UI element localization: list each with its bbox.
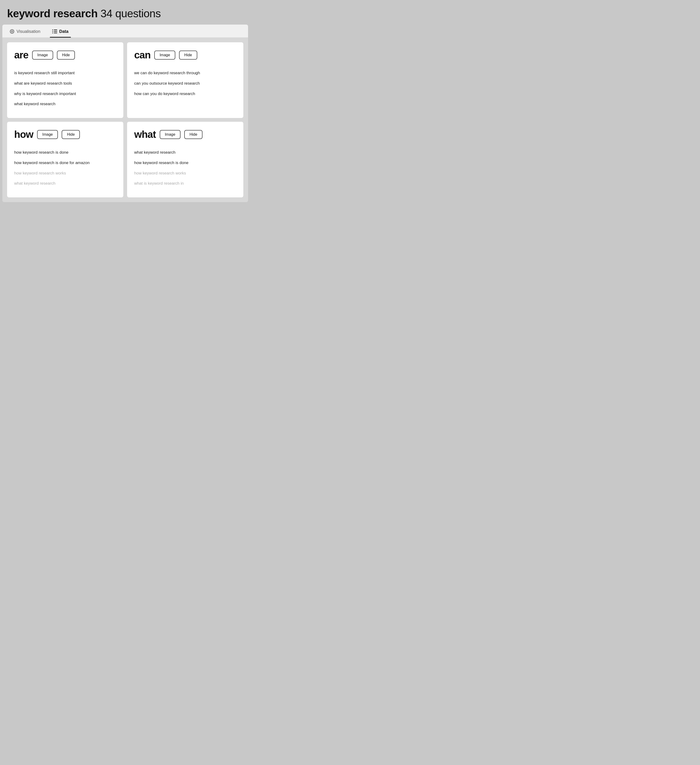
card-are-items: is keyword research still important what… — [14, 68, 116, 109]
svg-point-0 — [10, 30, 14, 33]
svg-rect-7 — [54, 33, 57, 33]
list-item: what are keyword research tools — [14, 78, 116, 89]
list-item: how keyword research works — [134, 168, 236, 178]
card-can-items: we can do keyword research through can y… — [134, 68, 236, 99]
tab-visualisation[interactable]: Visualisation — [7, 25, 43, 37]
card-can-title: can — [134, 49, 151, 61]
svg-rect-2 — [52, 30, 53, 30]
list-icon — [52, 29, 57, 34]
svg-rect-6 — [52, 33, 53, 33]
svg-rect-5 — [54, 31, 57, 32]
card-how-title: how — [14, 129, 33, 140]
card-are-hide-button[interactable]: Hide — [57, 50, 75, 60]
main-container: Visualisation Data are Image Hid — [2, 25, 248, 202]
svg-rect-4 — [52, 31, 53, 32]
card-what-items: what keyword research how keyword resear… — [134, 147, 236, 189]
list-item: how keyword research is done — [14, 147, 116, 158]
page-title: keyword research 34 questions — [7, 7, 243, 20]
card-how: how Image Hide how keyword research is d… — [7, 122, 123, 197]
list-item: how keyword research is done — [134, 158, 236, 168]
tab-data-label: Data — [59, 29, 69, 34]
card-are-image-button[interactable]: Image — [32, 50, 53, 60]
card-are: are Image Hide is keyword research still… — [7, 42, 123, 118]
card-are-header: are Image Hide — [14, 49, 116, 61]
svg-point-1 — [11, 31, 13, 32]
card-what: what Image Hide what keyword research ho… — [127, 122, 243, 197]
card-how-hide-button[interactable]: Hide — [62, 130, 80, 139]
list-item: how keyword research is done for amazon — [14, 158, 116, 168]
card-can-header: can Image Hide — [134, 49, 236, 61]
card-how-image-button[interactable]: Image — [37, 130, 58, 139]
tab-data[interactable]: Data — [50, 25, 71, 37]
card-how-header: how Image Hide — [14, 129, 116, 140]
circle-icon — [9, 29, 15, 34]
card-can-image-button[interactable]: Image — [154, 50, 175, 60]
list-item: is keyword research still important — [14, 68, 116, 78]
page-header: keyword research 34 questions — [0, 0, 250, 25]
cards-area: are Image Hide is keyword research still… — [2, 38, 248, 202]
list-item: how can you do keyword research — [134, 89, 236, 99]
list-item: why is keyword research important — [14, 89, 116, 99]
list-item: what keyword research — [14, 178, 116, 189]
card-are-title: are — [14, 49, 28, 61]
card-can-hide-button[interactable]: Hide — [179, 50, 197, 60]
list-item: can you outsource keyword research — [134, 78, 236, 89]
list-item: how keyword research works — [14, 168, 116, 178]
list-item: what keyword research — [14, 99, 116, 109]
card-what-header: what Image Hide — [134, 129, 236, 140]
svg-rect-3 — [54, 30, 57, 30]
card-how-items: how keyword research is done how keyword… — [14, 147, 116, 189]
card-what-image-button[interactable]: Image — [160, 130, 180, 139]
tab-visualisation-label: Visualisation — [17, 29, 41, 34]
tab-bar: Visualisation Data — [2, 25, 248, 38]
list-item: what keyword research — [134, 147, 236, 158]
card-what-title: what — [134, 129, 156, 140]
list-item: what is keyword research in — [134, 178, 236, 189]
list-item: we can do keyword research through — [134, 68, 236, 78]
card-can: can Image Hide we can do keyword researc… — [127, 42, 243, 118]
card-what-hide-button[interactable]: Hide — [184, 130, 202, 139]
